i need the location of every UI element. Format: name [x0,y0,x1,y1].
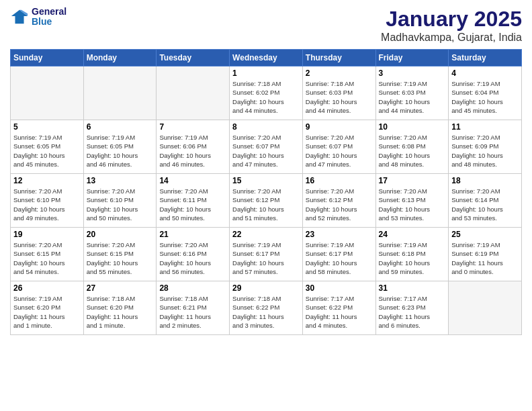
header-tuesday: Tuesday [157,50,230,66]
day-number: 22 [232,230,300,239]
day-number: 23 [306,230,373,239]
subtitle: Madhavkampa, Gujarat, India [381,32,522,44]
day-number: 21 [159,230,226,239]
day-info: Sunrise: 7:20 AMSunset: 6:11 PMDaylight:… [159,187,226,222]
calendar-cell: 16Sunrise: 7:20 AMSunset: 6:12 PMDayligh… [302,174,375,228]
calendar-cell: 6Sunrise: 7:19 AMSunset: 6:05 PMDaylight… [83,120,157,174]
header-wednesday: Wednesday [230,50,303,66]
calendar-week-2: 12Sunrise: 7:20 AMSunset: 6:10 PMDayligh… [11,174,522,228]
header: General Blue January 2025 Madhavkampa, G… [10,7,522,44]
day-number: 25 [451,230,519,239]
header-saturday: Saturday [449,50,522,66]
calendar-cell: 7Sunrise: 7:19 AMSunset: 6:06 PMDaylight… [157,120,230,174]
main-title: January 2025 [381,7,522,32]
day-number: 11 [451,122,519,132]
day-info: Sunrise: 7:19 AMSunset: 6:17 PMDaylight:… [306,240,373,276]
calendar-cell: 29Sunrise: 7:18 AMSunset: 6:22 PMDayligh… [230,281,303,335]
day-info: Sunrise: 7:19 AMSunset: 6:18 PMDaylight:… [379,240,446,276]
calendar-cell: 22Sunrise: 7:19 AMSunset: 6:17 PMDayligh… [230,228,303,281]
calendar-cell: 21Sunrise: 7:20 AMSunset: 6:16 PMDayligh… [157,228,230,281]
header-friday: Friday [375,50,449,66]
day-number: 17 [379,176,446,185]
calendar-cell: 31Sunrise: 7:17 AMSunset: 6:23 PMDayligh… [375,281,449,335]
calendar-cell: 20Sunrise: 7:20 AMSunset: 6:15 PMDayligh… [83,228,157,281]
logo: General Blue [10,7,66,28]
day-info: Sunrise: 7:19 AMSunset: 6:19 PMDaylight:… [451,240,519,276]
day-number: 13 [87,176,154,185]
day-number: 12 [13,176,81,185]
day-number: 7 [159,122,226,132]
logo-icon [10,7,29,26]
day-number: 3 [379,68,446,78]
calendar-cell: 10Sunrise: 7:20 AMSunset: 6:08 PMDayligh… [375,120,449,174]
day-number: 29 [232,283,300,293]
calendar-cell: 5Sunrise: 7:19 AMSunset: 6:05 PMDaylight… [11,120,84,174]
day-number: 6 [87,122,154,132]
day-info: Sunrise: 7:19 AMSunset: 6:20 PMDaylight:… [13,294,81,330]
header-monday: Monday [83,50,157,66]
day-number: 24 [379,230,446,239]
day-number: 14 [159,176,226,185]
day-number: 15 [232,176,300,185]
day-info: Sunrise: 7:19 AMSunset: 6:05 PMDaylight:… [13,133,81,169]
calendar-cell: 2Sunrise: 7:18 AMSunset: 6:03 PMDaylight… [302,66,375,120]
day-info: Sunrise: 7:20 AMSunset: 6:15 PMDaylight:… [13,240,81,276]
day-info: Sunrise: 7:20 AMSunset: 6:10 PMDaylight:… [13,187,81,222]
calendar-cell: 15Sunrise: 7:20 AMSunset: 6:12 PMDayligh… [230,174,303,228]
logo-text: General Blue [32,7,66,28]
header-sunday: Sunday [11,50,84,66]
day-info: Sunrise: 7:20 AMSunset: 6:07 PMDaylight:… [306,133,373,169]
calendar-week-1: 5Sunrise: 7:19 AMSunset: 6:05 PMDaylight… [11,120,522,174]
day-number: 4 [451,68,519,78]
svg-marker-0 [11,10,28,24]
calendar-week-4: 26Sunrise: 7:19 AMSunset: 6:20 PMDayligh… [11,281,522,335]
day-info: Sunrise: 7:20 AMSunset: 6:08 PMDaylight:… [379,133,446,169]
calendar-cell: 24Sunrise: 7:19 AMSunset: 6:18 PMDayligh… [375,228,449,281]
day-number: 5 [13,122,81,132]
day-info: Sunrise: 7:18 AMSunset: 6:03 PMDaylight:… [306,79,373,115]
calendar-cell [83,66,157,120]
day-info: Sunrise: 7:19 AMSunset: 6:04 PMDaylight:… [451,79,519,115]
calendar-cell: 11Sunrise: 7:20 AMSunset: 6:09 PMDayligh… [449,120,522,174]
calendar-cell: 19Sunrise: 7:20 AMSunset: 6:15 PMDayligh… [11,228,84,281]
day-number: 28 [159,283,226,293]
calendar-cell: 28Sunrise: 7:18 AMSunset: 6:21 PMDayligh… [157,281,230,335]
day-info: Sunrise: 7:20 AMSunset: 6:09 PMDaylight:… [451,133,519,169]
day-number: 16 [306,176,373,185]
day-number: 9 [306,122,373,132]
day-number: 8 [232,122,300,132]
day-number: 1 [232,68,300,78]
page: General Blue January 2025 Madhavkampa, G… [0,0,532,411]
day-info: Sunrise: 7:19 AMSunset: 6:17 PMDaylight:… [232,240,300,276]
calendar-cell: 8Sunrise: 7:20 AMSunset: 6:07 PMDaylight… [230,120,303,174]
calendar-week-3: 19Sunrise: 7:20 AMSunset: 6:15 PMDayligh… [11,228,522,281]
calendar-cell: 17Sunrise: 7:20 AMSunset: 6:13 PMDayligh… [375,174,449,228]
weekday-header-row: Sunday Monday Tuesday Wednesday Thursday… [11,50,522,66]
calendar-cell: 4Sunrise: 7:19 AMSunset: 6:04 PMDaylight… [449,66,522,120]
calendar-cell: 14Sunrise: 7:20 AMSunset: 6:11 PMDayligh… [157,174,230,228]
day-info: Sunrise: 7:20 AMSunset: 6:13 PMDaylight:… [379,187,446,222]
calendar-cell: 30Sunrise: 7:17 AMSunset: 6:22 PMDayligh… [302,281,375,335]
calendar-cell [449,281,522,335]
day-info: Sunrise: 7:20 AMSunset: 6:14 PMDaylight:… [451,187,519,222]
calendar-cell: 27Sunrise: 7:18 AMSunset: 6:20 PMDayligh… [83,281,157,335]
day-info: Sunrise: 7:20 AMSunset: 6:12 PMDaylight:… [306,187,373,222]
calendar-cell: 9Sunrise: 7:20 AMSunset: 6:07 PMDaylight… [302,120,375,174]
day-info: Sunrise: 7:20 AMSunset: 6:16 PMDaylight:… [159,240,226,276]
calendar-cell [11,66,84,120]
calendar-cell: 3Sunrise: 7:19 AMSunset: 6:03 PMDaylight… [375,66,449,120]
day-info: Sunrise: 7:20 AMSunset: 6:15 PMDaylight:… [87,240,154,276]
day-info: Sunrise: 7:17 AMSunset: 6:22 PMDaylight:… [306,294,373,330]
day-info: Sunrise: 7:20 AMSunset: 6:10 PMDaylight:… [87,187,154,222]
day-number: 2 [306,68,373,78]
calendar-cell: 1Sunrise: 7:18 AMSunset: 6:02 PMDaylight… [230,66,303,120]
day-info: Sunrise: 7:20 AMSunset: 6:12 PMDaylight:… [232,187,300,222]
day-info: Sunrise: 7:19 AMSunset: 6:05 PMDaylight:… [87,133,154,169]
day-number: 10 [379,122,446,132]
calendar-cell: 13Sunrise: 7:20 AMSunset: 6:10 PMDayligh… [83,174,157,228]
day-info: Sunrise: 7:20 AMSunset: 6:07 PMDaylight:… [232,133,300,169]
day-info: Sunrise: 7:19 AMSunset: 6:03 PMDaylight:… [379,79,446,115]
calendar-cell [157,66,230,120]
calendar-cell: 23Sunrise: 7:19 AMSunset: 6:17 PMDayligh… [302,228,375,281]
day-number: 20 [87,230,154,239]
